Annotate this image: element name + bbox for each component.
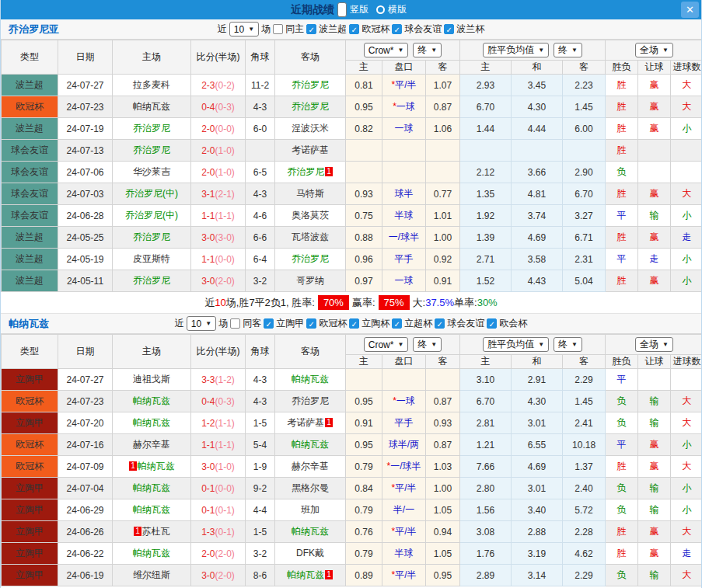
team-label: 帕纳瓦兹: [292, 439, 329, 450]
team-label: 帕纳瓦兹: [292, 526, 329, 537]
result-label: 小: [683, 210, 692, 221]
match-date: 24-07-03: [58, 183, 113, 205]
column-header-5: 客场: [275, 335, 346, 369]
result-label: 小: [683, 482, 692, 493]
result-goals: 小: [671, 434, 702, 456]
vertical-layout-radio[interactable]: [337, 2, 347, 17]
home-team: 华沙莱吉: [113, 162, 191, 183]
score-cell: 2-3(0-2): [191, 75, 246, 96]
home-team: 乔治罗尼(中): [113, 183, 191, 205]
league-checkbox-3[interactable]: ✓: [392, 318, 402, 329]
recent-count-select[interactable]: 10▼: [187, 316, 216, 331]
summary-text: 30%: [477, 297, 498, 308]
crow-away-odds: 1.00: [426, 478, 460, 499]
result-label: 赢: [650, 548, 659, 558]
final-odds-select-2[interactable]: 终▼: [554, 43, 582, 57]
league-checkbox-label: 欧会杯: [499, 317, 527, 330]
subcolumn-header-6: 胜负: [606, 61, 638, 75]
score-cell: 2-0(2-0): [191, 543, 246, 565]
league-badge: 立陶甲: [2, 543, 58, 565]
avg-draw-odds: [512, 140, 563, 162]
team-label: 皮亚斯特: [133, 253, 170, 264]
fullmatch-select[interactable]: 全场▼: [635, 43, 673, 57]
league-checkbox-1[interactable]: ✓: [349, 24, 359, 34]
crow-home-odds: 0.81: [346, 75, 382, 96]
result-label: 胜: [617, 275, 627, 286]
same-venue-checkbox[interactable]: [230, 318, 240, 329]
layout-radio-group: 近期战绩 竖版 横版: [291, 2, 411, 17]
handicap-label: 一球: [396, 101, 415, 112]
score-cell: 3-0(2-0): [191, 270, 246, 292]
league-badge: 欧冠杯: [2, 96, 58, 118]
crow-select[interactable]: Crow*▼: [364, 43, 409, 57]
league-badge: 球会友谊: [2, 205, 58, 227]
away-team: 哥罗纳: [275, 270, 346, 292]
league-checkbox-1[interactable]: ✓: [306, 318, 316, 329]
result-outcome: 胜: [606, 140, 638, 162]
same-venue-checkbox[interactable]: [273, 24, 283, 34]
match-row: 欧冠杯24-07-16赫尔辛基1-1(1-1)5-4帕纳瓦兹0.95球半/两0.…: [2, 434, 702, 456]
horizontal-layout-radio[interactable]: [376, 5, 385, 14]
away-team: 帕纳瓦兹1: [275, 565, 346, 586]
avg-home-odds: 1.76: [460, 543, 512, 565]
result-goals: 小: [671, 249, 702, 270]
league-badge: 立陶甲: [2, 412, 58, 434]
summary-text: 场,胜7平2负1, 胜率:: [226, 296, 315, 310]
avg-draw-odds: 3.01: [512, 412, 563, 434]
final-odds-select[interactable]: 终▼: [413, 43, 442, 57]
result-label: 负: [617, 395, 627, 406]
final-odds-select-2[interactable]: 终▼: [554, 337, 582, 352]
league-checkbox-5[interactable]: ✓: [487, 318, 497, 329]
score-cell: 1-1(0-0): [191, 249, 246, 270]
league-checkbox-4[interactable]: ✓: [435, 318, 445, 329]
fullmatch-select[interactable]: 全场▼: [635, 337, 673, 352]
select-value: 终: [417, 43, 427, 57]
recent-label: 近: [175, 317, 184, 330]
avg-draw-odds: 3.40: [512, 499, 563, 521]
subcolumn-header-0: 主: [346, 355, 382, 369]
crow-select[interactable]: Crow*▼: [364, 337, 409, 352]
final-odds-select[interactable]: 终▼: [413, 337, 442, 352]
team-label: 帕纳瓦兹: [292, 374, 329, 384]
result-goals: 大: [671, 456, 702, 478]
corner-score: 1-9: [246, 456, 275, 478]
match-date: 24-07-27: [58, 75, 113, 96]
avg-select[interactable]: 胜平负均值▼: [483, 43, 549, 57]
handicap-name: *平/半: [382, 565, 426, 586]
result-goals: 小: [671, 118, 702, 140]
league-checkbox-2[interactable]: ✓: [349, 318, 359, 329]
corner-score: 8-6: [246, 565, 275, 586]
result-label: 大: [683, 461, 692, 471]
select-value: Crow*: [368, 339, 394, 350]
league-checkbox-3[interactable]: ✓: [444, 24, 454, 34]
half-score: (2-1): [215, 189, 235, 200]
match-row: 球会友谊24-07-06华沙莱吉2-0(1-0)6-5乔治罗尼12.123.66…: [2, 162, 702, 183]
home-team: 皮亚斯特: [113, 249, 191, 270]
column-header-5: 客场: [275, 40, 346, 75]
team-name: 帕纳瓦兹: [9, 317, 49, 331]
match-row: 球会友谊24-07-03乔治罗尼(中)3-1(2-1)4-3马特斯0.93球半0…: [2, 183, 702, 205]
home-team: 帕纳瓦兹: [113, 96, 191, 118]
handicap-name: 半球: [382, 543, 426, 565]
handicap-name: 半球: [382, 205, 426, 227]
crow-away-odds: 0.92: [426, 249, 460, 270]
match-row: 欧冠杯24-07-091帕纳瓦兹3-0(1-0)1-9赫尔辛基0.79*一/球半…: [2, 456, 702, 478]
half-score: (2-0): [215, 548, 235, 559]
avg-home-odds: 2.93: [460, 75, 512, 96]
chevron-down-icon: ▼: [397, 47, 403, 54]
column-header-3: 比分(半场): [191, 40, 246, 75]
recent-count-select[interactable]: 10▼: [229, 22, 259, 37]
result-label: 胜: [617, 101, 627, 112]
select-value: 终: [558, 43, 568, 57]
corner-score: 5-4: [246, 434, 275, 456]
close-button[interactable]: ✕: [681, 2, 699, 18]
handicap-label: 一球: [395, 275, 414, 286]
league-checkbox-0[interactable]: ✓: [306, 24, 316, 34]
avg-home-odds: 6.70: [460, 96, 512, 118]
result-outcome: 胜: [606, 521, 638, 543]
result-label: 输: [650, 569, 659, 580]
crow-home-odds: 0.95: [346, 391, 382, 412]
avg-select[interactable]: 胜平负均值▼: [483, 337, 549, 352]
league-checkbox-2[interactable]: ✓: [392, 24, 402, 34]
league-checkbox-0[interactable]: ✓: [264, 318, 274, 329]
